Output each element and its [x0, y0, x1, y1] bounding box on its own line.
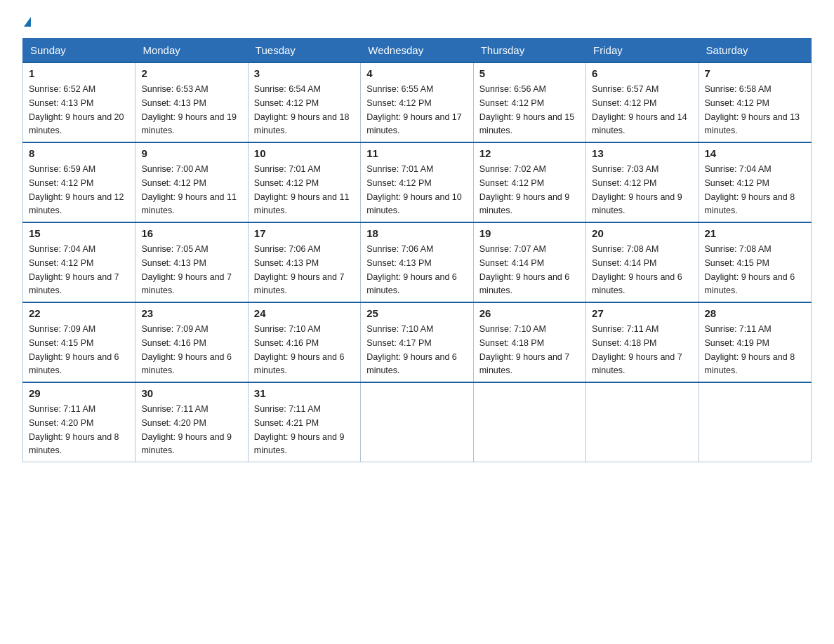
day-info: Sunrise: 6:53 AMSunset: 4:13 PMDaylight:…	[141, 84, 237, 135]
day-number: 28	[705, 307, 805, 319]
day-number: 30	[141, 387, 241, 399]
week-row-4: 22 Sunrise: 7:09 AMSunset: 4:15 PMDaylig…	[23, 302, 812, 382]
calendar-cell: 15 Sunrise: 7:04 AMSunset: 4:12 PMDaylig…	[23, 222, 135, 302]
calendar-cell: 5 Sunrise: 6:56 AMSunset: 4:12 PMDayligh…	[473, 62, 585, 142]
day-number: 31	[254, 387, 355, 399]
day-number: 21	[705, 227, 805, 239]
day-number: 1	[29, 67, 129, 79]
day-info: Sunrise: 6:54 AMSunset: 4:12 PMDaylight:…	[254, 84, 350, 135]
day-info: Sunrise: 7:04 AMSunset: 4:12 PMDaylight:…	[705, 164, 795, 215]
calendar-cell	[473, 382, 585, 462]
day-info: Sunrise: 7:04 AMSunset: 4:12 PMDaylight:…	[29, 244, 119, 295]
calendar-cell: 30 Sunrise: 7:11 AMSunset: 4:20 PMDaylig…	[135, 382, 248, 462]
calendar-cell: 29 Sunrise: 7:11 AMSunset: 4:20 PMDaylig…	[23, 382, 135, 462]
calendar-cell: 1 Sunrise: 6:52 AMSunset: 4:13 PMDayligh…	[23, 62, 135, 142]
day-info: Sunrise: 7:05 AMSunset: 4:13 PMDaylight:…	[141, 244, 232, 295]
day-info: Sunrise: 7:11 AMSunset: 4:20 PMDaylight:…	[141, 404, 232, 455]
calendar-cell: 24 Sunrise: 7:10 AMSunset: 4:16 PMDaylig…	[248, 302, 360, 382]
calendar-cell: 27 Sunrise: 7:11 AMSunset: 4:18 PMDaylig…	[586, 302, 699, 382]
day-number: 5	[479, 67, 580, 79]
weekday-header-wednesday: Wednesday	[361, 39, 473, 63]
day-number: 13	[592, 147, 692, 159]
week-row-2: 8 Sunrise: 6:59 AMSunset: 4:12 PMDayligh…	[23, 142, 812, 222]
day-number: 25	[366, 307, 467, 319]
day-info: Sunrise: 6:55 AMSunset: 4:12 PMDaylight:…	[366, 84, 462, 135]
calendar-cell	[699, 382, 811, 462]
calendar-cell: 19 Sunrise: 7:07 AMSunset: 4:14 PMDaylig…	[473, 222, 585, 302]
day-number: 10	[254, 147, 355, 159]
day-info: Sunrise: 7:06 AMSunset: 4:13 PMDaylight:…	[366, 244, 457, 295]
calendar-cell: 10 Sunrise: 7:01 AMSunset: 4:12 PMDaylig…	[248, 142, 360, 222]
day-info: Sunrise: 7:09 AMSunset: 4:16 PMDaylight:…	[141, 324, 232, 375]
day-info: Sunrise: 6:56 AMSunset: 4:12 PMDaylight:…	[479, 84, 575, 135]
day-info: Sunrise: 7:01 AMSunset: 4:12 PMDaylight:…	[366, 164, 462, 215]
day-info: Sunrise: 6:52 AMSunset: 4:13 PMDaylight:…	[29, 84, 124, 135]
day-info: Sunrise: 7:10 AMSunset: 4:16 PMDaylight:…	[254, 324, 345, 375]
calendar-table: SundayMondayTuesdayWednesdayThursdayFrid…	[22, 38, 812, 462]
day-number: 24	[254, 307, 355, 319]
day-info: Sunrise: 7:11 AMSunset: 4:18 PMDaylight:…	[592, 324, 682, 375]
calendar-cell	[361, 382, 473, 462]
calendar-cell: 31 Sunrise: 7:11 AMSunset: 4:21 PMDaylig…	[248, 382, 360, 462]
calendar-cell: 21 Sunrise: 7:08 AMSunset: 4:15 PMDaylig…	[699, 222, 811, 302]
day-number: 6	[592, 67, 692, 79]
day-number: 14	[705, 147, 805, 159]
day-info: Sunrise: 6:59 AMSunset: 4:12 PMDaylight:…	[29, 164, 124, 215]
day-number: 8	[29, 147, 129, 159]
day-number: 27	[592, 307, 692, 319]
weekday-header-saturday: Saturday	[699, 39, 811, 63]
day-info: Sunrise: 7:09 AMSunset: 4:15 PMDaylight:…	[29, 324, 119, 375]
calendar-cell: 26 Sunrise: 7:10 AMSunset: 4:18 PMDaylig…	[473, 302, 585, 382]
weekday-header-sunday: Sunday	[23, 39, 135, 63]
header	[22, 17, 812, 27]
day-info: Sunrise: 7:00 AMSunset: 4:12 PMDaylight:…	[141, 164, 237, 215]
day-number: 29	[29, 387, 129, 399]
calendar-cell: 11 Sunrise: 7:01 AMSunset: 4:12 PMDaylig…	[361, 142, 473, 222]
calendar-cell: 13 Sunrise: 7:03 AMSunset: 4:12 PMDaylig…	[586, 142, 699, 222]
logo	[22, 17, 31, 27]
day-number: 9	[141, 147, 241, 159]
calendar-cell: 4 Sunrise: 6:55 AMSunset: 4:12 PMDayligh…	[361, 62, 473, 142]
day-number: 17	[254, 227, 355, 239]
day-number: 11	[366, 147, 467, 159]
day-info: Sunrise: 7:06 AMSunset: 4:13 PMDaylight:…	[254, 244, 345, 295]
day-number: 7	[705, 67, 805, 79]
day-info: Sunrise: 7:07 AMSunset: 4:14 PMDaylight:…	[479, 244, 570, 295]
day-number: 12	[479, 147, 580, 159]
week-row-3: 15 Sunrise: 7:04 AMSunset: 4:12 PMDaylig…	[23, 222, 812, 302]
weekday-header-monday: Monday	[135, 39, 248, 63]
day-info: Sunrise: 7:08 AMSunset: 4:15 PMDaylight:…	[705, 244, 795, 295]
day-number: 18	[366, 227, 467, 239]
day-info: Sunrise: 7:08 AMSunset: 4:14 PMDaylight:…	[592, 244, 682, 295]
calendar-cell: 28 Sunrise: 7:11 AMSunset: 4:19 PMDaylig…	[699, 302, 811, 382]
calendar-cell: 22 Sunrise: 7:09 AMSunset: 4:15 PMDaylig…	[23, 302, 135, 382]
logo-triangle-icon	[24, 17, 31, 27]
calendar-cell: 9 Sunrise: 7:00 AMSunset: 4:12 PMDayligh…	[135, 142, 248, 222]
calendar-cell: 16 Sunrise: 7:05 AMSunset: 4:13 PMDaylig…	[135, 222, 248, 302]
weekday-header-row: SundayMondayTuesdayWednesdayThursdayFrid…	[23, 39, 812, 63]
calendar-cell: 6 Sunrise: 6:57 AMSunset: 4:12 PMDayligh…	[586, 62, 699, 142]
day-info: Sunrise: 7:01 AMSunset: 4:12 PMDaylight:…	[254, 164, 350, 215]
calendar-cell	[586, 382, 699, 462]
day-number: 20	[592, 227, 692, 239]
calendar-cell: 7 Sunrise: 6:58 AMSunset: 4:12 PMDayligh…	[699, 62, 811, 142]
day-info: Sunrise: 7:03 AMSunset: 4:12 PMDaylight:…	[592, 164, 682, 215]
day-number: 26	[479, 307, 580, 319]
weekday-header-tuesday: Tuesday	[248, 39, 360, 63]
calendar-cell: 23 Sunrise: 7:09 AMSunset: 4:16 PMDaylig…	[135, 302, 248, 382]
day-info: Sunrise: 7:10 AMSunset: 4:17 PMDaylight:…	[366, 324, 457, 375]
calendar-cell: 12 Sunrise: 7:02 AMSunset: 4:12 PMDaylig…	[473, 142, 585, 222]
calendar-cell: 8 Sunrise: 6:59 AMSunset: 4:12 PMDayligh…	[23, 142, 135, 222]
day-info: Sunrise: 7:11 AMSunset: 4:21 PMDaylight:…	[254, 404, 345, 455]
day-number: 19	[479, 227, 580, 239]
calendar-cell: 3 Sunrise: 6:54 AMSunset: 4:12 PMDayligh…	[248, 62, 360, 142]
day-number: 4	[366, 67, 467, 79]
day-info: Sunrise: 6:57 AMSunset: 4:12 PMDaylight:…	[592, 84, 687, 135]
calendar-cell: 18 Sunrise: 7:06 AMSunset: 4:13 PMDaylig…	[361, 222, 473, 302]
day-info: Sunrise: 7:10 AMSunset: 4:18 PMDaylight:…	[479, 324, 570, 375]
day-number: 3	[254, 67, 355, 79]
calendar-cell: 20 Sunrise: 7:08 AMSunset: 4:14 PMDaylig…	[586, 222, 699, 302]
day-info: Sunrise: 7:11 AMSunset: 4:19 PMDaylight:…	[705, 324, 795, 375]
week-row-1: 1 Sunrise: 6:52 AMSunset: 4:13 PMDayligh…	[23, 62, 812, 142]
weekday-header-thursday: Thursday	[473, 39, 585, 63]
